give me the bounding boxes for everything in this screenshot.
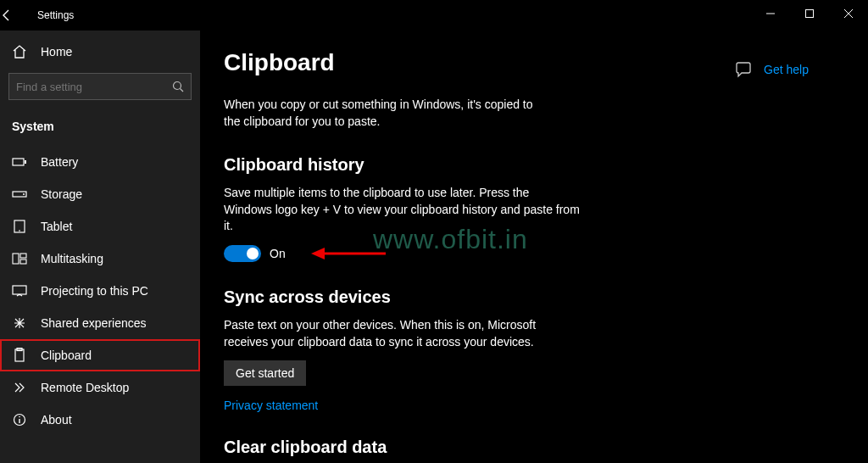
page-intro: When you copy or cut something in Window… — [224, 97, 546, 130]
svg-line-3 — [181, 89, 184, 92]
sidebar-item-clipboard[interactable]: Clipboard — [0, 339, 200, 371]
section-clipboard-history: Clipboard history — [224, 155, 844, 175]
sidebar-item-label: Remote Desktop — [41, 381, 129, 394]
sidebar-item-label: Clipboard — [41, 349, 92, 362]
sidebar-item-label: About — [41, 413, 72, 427]
svg-rect-5 — [25, 160, 26, 164]
svg-rect-12 — [20, 259, 26, 264]
back-button[interactable] — [0, 8, 34, 22]
svg-rect-14 — [15, 349, 24, 361]
sidebar-item-storage[interactable]: Storage — [0, 178, 200, 210]
svg-point-2 — [174, 82, 181, 90]
clipboard-icon — [12, 348, 27, 363]
sidebar-item-label: Projecting to this PC — [41, 284, 148, 298]
home-icon — [12, 44, 27, 59]
sidebar-home[interactable]: Home — [0, 36, 200, 68]
clipboard-history-desc: Save multiple items to the clipboard to … — [224, 185, 580, 235]
sidebar-header: System — [0, 109, 200, 141]
svg-rect-4 — [13, 159, 24, 165]
sidebar-item-label: Multitasking — [41, 252, 103, 265]
sidebar-item-tablet[interactable]: Tablet — [0, 210, 200, 243]
privacy-link[interactable]: Privacy statement — [224, 399, 318, 412]
sidebar-item-about[interactable]: About — [0, 404, 200, 436]
window-title: Settings — [37, 9, 74, 21]
tablet-icon — [12, 220, 27, 233]
sync-desc: Paste text on your other devices. When t… — [224, 317, 580, 350]
svg-marker-20 — [311, 248, 325, 259]
get-started-button[interactable]: Get started — [224, 360, 306, 386]
sidebar-item-label: Storage — [41, 187, 82, 201]
annotation-arrow — [311, 245, 387, 262]
content-area: Clipboard When you copy or cut something… — [200, 31, 868, 463]
sidebar-item-label: Tablet — [41, 220, 72, 233]
sidebar-item-battery[interactable]: Battery — [0, 146, 200, 178]
search-box[interactable] — [8, 73, 192, 100]
search-input[interactable] — [16, 81, 160, 93]
sidebar-item-projecting[interactable]: Projecting to this PC — [0, 275, 200, 307]
svg-rect-10 — [13, 254, 19, 264]
search-icon — [172, 81, 184, 92]
about-icon — [12, 413, 27, 427]
sidebar-item-shared-experiences[interactable]: Shared experiences — [0, 307, 200, 339]
storage-icon — [12, 189, 27, 199]
toggle-state-label: On — [270, 247, 286, 260]
sidebar-home-label: Home — [41, 45, 72, 59]
section-sync: Sync across devices — [224, 287, 844, 307]
sidebar-item-label: Battery — [41, 155, 78, 169]
shared-icon — [12, 316, 27, 330]
get-help-link[interactable]: Get help — [764, 63, 809, 76]
svg-point-7 — [23, 193, 25, 195]
help-icon — [735, 61, 752, 78]
svg-rect-11 — [20, 254, 26, 258]
minimize-button[interactable] — [751, 0, 790, 27]
multitasking-icon — [12, 253, 27, 265]
battery-icon — [12, 157, 27, 167]
help-section: Get help — [735, 61, 809, 78]
sidebar-item-multitasking[interactable]: Multitasking — [0, 243, 200, 275]
svg-rect-13 — [13, 286, 26, 294]
remote-icon — [12, 381, 27, 394]
clipboard-history-toggle[interactable] — [224, 245, 261, 262]
maximize-button[interactable] — [790, 0, 829, 27]
close-button[interactable] — [829, 0, 868, 27]
svg-rect-1 — [806, 10, 814, 18]
sidebar-item-remote-desktop[interactable]: Remote Desktop — [0, 371, 200, 404]
titlebar: Settings — [0, 0, 868, 31]
section-clear: Clear clipboard data — [224, 438, 844, 457]
projecting-icon — [12, 285, 27, 297]
sidebar-item-label: Shared experiences — [41, 316, 147, 330]
svg-point-18 — [19, 416, 20, 418]
sidebar: Home System Battery Storage Tablet Multi… — [0, 31, 200, 463]
